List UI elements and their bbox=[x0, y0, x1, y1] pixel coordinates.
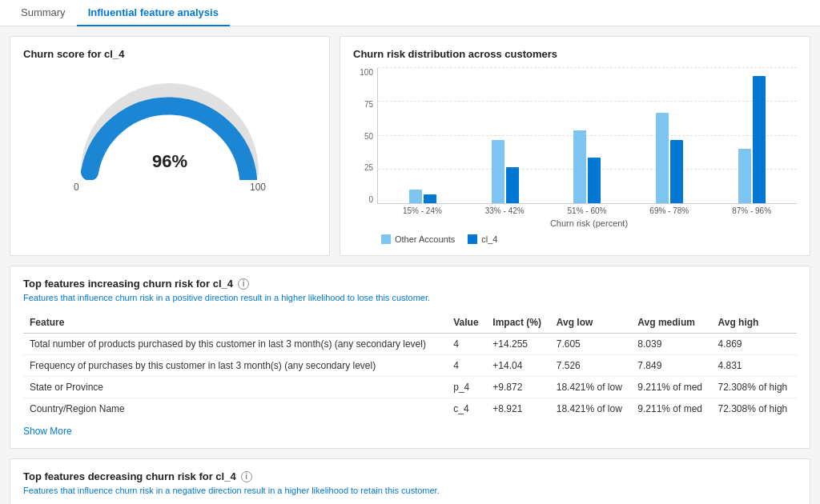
table-cell: 7.605 bbox=[550, 334, 632, 355]
table-cell: 72.308% of high bbox=[712, 377, 797, 398]
chart-legend: Other Accounts cl_4 bbox=[353, 234, 797, 244]
table-cell: c_4 bbox=[447, 398, 486, 420]
col-feature: Feature bbox=[23, 312, 447, 334]
tab-bar: Summary Influential feature analysis bbox=[0, 0, 820, 26]
x-label-5: 87% - 96% bbox=[732, 206, 771, 215]
tab-summary[interactable]: Summary bbox=[10, 0, 77, 26]
table-row: Country/Region Namec_4+8.92118.421% of l… bbox=[23, 398, 797, 420]
col-avg-high: Avg high bbox=[712, 312, 797, 334]
info-icon-decreasing[interactable]: i bbox=[241, 471, 252, 482]
features-tbody: Total number of products purchased by th… bbox=[23, 334, 797, 420]
table-cell: Country/Region Name bbox=[23, 398, 447, 420]
bar-cl4 bbox=[670, 140, 683, 203]
increasing-features-card: Top features increasing churn risk for c… bbox=[10, 266, 810, 449]
bar-other bbox=[573, 130, 586, 203]
table-cell: +14.04 bbox=[486, 355, 549, 377]
table-cell: 18.421% of low bbox=[550, 398, 632, 420]
legend-cl4-label: cl_4 bbox=[481, 234, 497, 244]
table-cell: +9.872 bbox=[486, 377, 549, 398]
table-cell: 7.849 bbox=[631, 355, 711, 377]
bar-group bbox=[492, 140, 519, 203]
table-header-row: Feature Value Impact (%) Avg low Avg med… bbox=[23, 312, 797, 334]
x-label-2: 33% - 42% bbox=[485, 206, 525, 215]
decreasing-features-subtitle: Features that influence churn risk in a … bbox=[23, 486, 797, 495]
y-label-100: 100 bbox=[353, 68, 373, 77]
gauge-value: 96% bbox=[152, 151, 187, 172]
table-cell: Total number of products purchased by th… bbox=[23, 334, 447, 355]
tab-influential[interactable]: Influential feature analysis bbox=[77, 0, 230, 26]
increasing-features-subtitle: Features that influence churn risk in a … bbox=[23, 293, 797, 302]
show-more-link[interactable]: Show More bbox=[23, 426, 72, 437]
table-cell: 18.421% of low bbox=[550, 377, 632, 398]
gauge-max: 100 bbox=[250, 182, 266, 193]
table-cell: p_4 bbox=[447, 377, 486, 398]
chart-area: 0 25 50 75 100 bbox=[353, 68, 797, 244]
y-axis: 0 25 50 75 100 bbox=[353, 68, 377, 204]
bar-group bbox=[573, 130, 601, 203]
y-label-0: 0 bbox=[353, 195, 373, 204]
chart-plot bbox=[377, 68, 797, 204]
legend-other: Other Accounts bbox=[381, 234, 455, 244]
table-cell: State or Province bbox=[23, 377, 447, 398]
increasing-features-table: Feature Value Impact (%) Avg low Avg med… bbox=[23, 312, 797, 419]
increasing-features-header: Top features increasing churn risk for c… bbox=[23, 278, 797, 290]
table-cell: 72.308% of high bbox=[712, 398, 797, 420]
bar-other bbox=[738, 149, 751, 203]
x-label-4: 69% - 78% bbox=[649, 206, 689, 215]
table-cell: Frequency of purchases by this customer … bbox=[23, 355, 447, 377]
y-label-50: 50 bbox=[353, 132, 373, 141]
table-cell: +8.921 bbox=[486, 398, 549, 420]
legend-other-label: Other Accounts bbox=[395, 234, 455, 244]
chart-inner: 0 25 50 75 100 bbox=[353, 68, 797, 204]
legend-cl4: cl_4 bbox=[468, 234, 497, 244]
col-avg-medium: Avg medium bbox=[631, 312, 711, 334]
col-value: Value bbox=[447, 312, 486, 334]
gauge-wrapper: 96% 0 100 bbox=[23, 68, 316, 196]
x-label-3: 51% - 60% bbox=[568, 206, 607, 215]
decreasing-features-title: Top features decreasing churn risk for c… bbox=[23, 470, 236, 482]
bar-cl4 bbox=[506, 167, 519, 203]
bar-other bbox=[409, 190, 422, 203]
table-row: Frequency of purchases by this customer … bbox=[23, 355, 797, 377]
top-row: Churn score for cl_4 96% 0 100 bbox=[10, 36, 810, 256]
x-axis-title: Churn risk (percent) bbox=[353, 218, 797, 228]
y-label-75: 75 bbox=[353, 100, 373, 109]
bar-other bbox=[656, 113, 669, 203]
bar-group bbox=[738, 76, 766, 203]
table-cell: 9.211% of med bbox=[631, 398, 711, 420]
table-cell: +14.255 bbox=[486, 334, 549, 355]
bar-group bbox=[656, 113, 683, 203]
main-content: Churn score for cl_4 96% 0 100 bbox=[0, 26, 820, 504]
bar-cl4 bbox=[753, 76, 766, 203]
increasing-features-title: Top features increasing churn risk for c… bbox=[23, 278, 233, 290]
table-cell: 4 bbox=[447, 355, 486, 377]
y-label-25: 25 bbox=[353, 163, 373, 172]
gauge-card: Churn score for cl_4 96% 0 100 bbox=[10, 36, 330, 256]
table-cell: 7.526 bbox=[550, 355, 632, 377]
gauge-title: Churn score for cl_4 bbox=[23, 48, 316, 60]
table-cell: 4 bbox=[447, 334, 486, 355]
table-row: State or Provincep_4+9.87218.421% of low… bbox=[23, 377, 797, 398]
x-label-1: 15% - 24% bbox=[403, 206, 442, 215]
table-cell: 4.869 bbox=[712, 334, 797, 355]
legend-cl4-color bbox=[468, 234, 477, 244]
distribution-card: Churn risk distribution across customers… bbox=[340, 36, 810, 256]
gauge-svg-container: 96% bbox=[74, 76, 266, 180]
bar-group bbox=[409, 190, 436, 203]
gauge-min: 0 bbox=[74, 182, 79, 193]
table-cell: 8.039 bbox=[631, 334, 711, 355]
bar-cl4 bbox=[424, 194, 436, 203]
x-axis: 15% - 24% 33% - 42% 51% - 60% 69% - 78% … bbox=[353, 204, 797, 215]
info-icon-increasing[interactable]: i bbox=[238, 278, 249, 290]
decreasing-features-card: Top features decreasing churn risk for c… bbox=[10, 458, 810, 504]
table-cell: 4.831 bbox=[712, 355, 797, 377]
table-row: Total number of products purchased by th… bbox=[23, 334, 797, 355]
legend-other-color bbox=[381, 234, 391, 244]
bar-other bbox=[492, 140, 504, 203]
table-cell: 9.211% of med bbox=[631, 377, 711, 398]
bars-container bbox=[378, 68, 797, 203]
gauge-range: 0 100 bbox=[74, 182, 266, 193]
col-avg-low: Avg low bbox=[550, 312, 632, 334]
col-impact: Impact (%) bbox=[486, 312, 549, 334]
decreasing-features-header: Top features decreasing churn risk for c… bbox=[23, 470, 797, 482]
